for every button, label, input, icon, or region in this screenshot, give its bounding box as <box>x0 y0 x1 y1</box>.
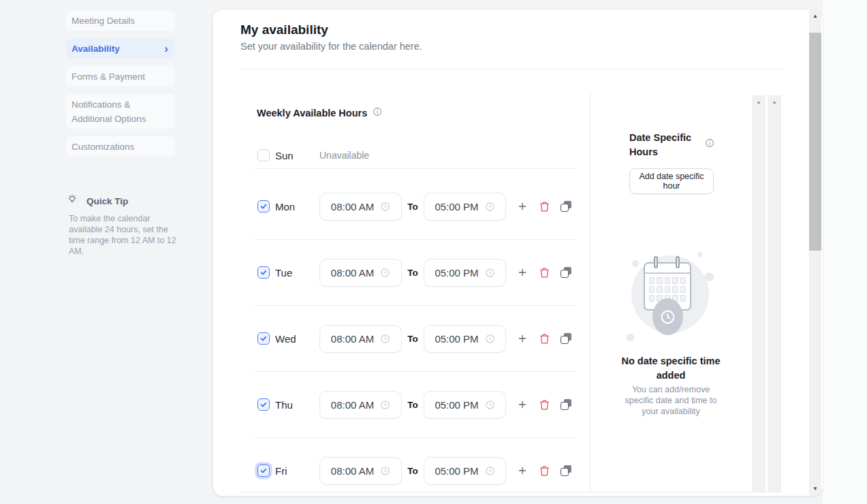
copy-icon <box>561 333 571 344</box>
time-value: 08:00 AM <box>331 201 374 212</box>
clock-icon <box>380 268 390 278</box>
sidebar-item-customizations[interactable]: Customizations <box>66 136 175 157</box>
vertical-scrollbar[interactable]: ▲ ▼ <box>809 10 821 496</box>
time-value: 08:00 AM <box>331 267 374 279</box>
clock-icon <box>485 268 495 278</box>
weekly-hours-title: Weekly Available Hours <box>257 108 367 119</box>
copy-time-slot-button[interactable] <box>558 330 574 347</box>
info-icon[interactable] <box>373 107 382 119</box>
copy-time-slot-button[interactable] <box>558 462 574 479</box>
info-icon[interactable] <box>705 138 714 151</box>
sidebar-item-label: Meeting Details <box>72 16 135 26</box>
fri-checkbox[interactable] <box>257 464 270 477</box>
trash-icon <box>539 399 550 411</box>
quick-tip-body: To make the calendar available 24 hours,… <box>69 213 178 257</box>
tue-checkbox[interactable] <box>257 266 270 279</box>
sidebar-item-label: Availability <box>72 44 120 54</box>
delete-time-slot-button[interactable] <box>536 396 552 413</box>
clock-icon <box>485 400 495 410</box>
availability-card: My availability Set your availability fo… <box>213 10 823 496</box>
copy-icon <box>561 465 571 476</box>
page-title: My availability <box>240 22 328 37</box>
availability-row-tue: Tue 08:00 AM To 05:00 PM <box>257 258 577 287</box>
add-time-slot-button[interactable] <box>514 330 531 347</box>
trash-icon <box>539 465 550 477</box>
clock-icon <box>485 202 495 212</box>
add-time-slot-button[interactable] <box>514 198 531 215</box>
add-time-slot-button[interactable] <box>514 264 531 281</box>
to-label: To <box>402 334 424 344</box>
bottom-divider <box>240 492 782 492</box>
page-subtitle: Set your availability for the calendar h… <box>240 41 422 52</box>
thu-end-time-input[interactable]: 05:00 PM <box>424 391 506 419</box>
decorative-dot <box>627 334 634 341</box>
day-label-mon: Mon <box>275 201 319 212</box>
decorative-dot <box>697 252 702 257</box>
copy-time-slot-button[interactable] <box>558 198 574 215</box>
plus-icon <box>517 201 528 212</box>
time-value: 08:00 AM <box>331 399 374 411</box>
time-value: 05:00 PM <box>435 333 478 345</box>
clock-icon <box>380 202 390 212</box>
quick-tip-header: Quick Tip <box>66 193 128 208</box>
copy-time-slot-button[interactable] <box>558 264 574 281</box>
header-divider <box>240 69 782 69</box>
copy-time-slot-button[interactable] <box>558 396 574 413</box>
sidebar-item-label: Forms & Payment <box>72 72 145 82</box>
row-divider <box>254 305 577 306</box>
sidebar-item-meeting-details[interactable]: Meeting Details <box>66 11 175 31</box>
time-value: 05:00 PM <box>435 201 478 212</box>
thu-checkbox[interactable] <box>257 398 270 411</box>
plus-icon <box>517 333 528 344</box>
date-specific-heading: Date Specific Hours <box>629 131 692 159</box>
delete-time-slot-button[interactable] <box>536 462 552 479</box>
scroll-up-button[interactable]: ▲ <box>809 10 821 23</box>
decorative-dot <box>705 272 714 281</box>
decorative-dot <box>632 260 639 267</box>
empty-state-description: You can add/remove specific date and tim… <box>622 384 719 417</box>
availability-row-fri: Fri 08:00 AM To 05:00 PM <box>257 456 577 485</box>
time-value: 05:00 PM <box>435 399 478 411</box>
time-value: 08:00 AM <box>331 465 374 477</box>
add-time-slot-button[interactable] <box>514 396 531 413</box>
sun-checkbox[interactable] <box>257 149 270 161</box>
weekly-hours-heading: Weekly Available Hours <box>257 107 382 119</box>
mon-end-time-input[interactable]: 05:00 PM <box>424 193 506 221</box>
delete-time-slot-button[interactable] <box>536 330 552 347</box>
sidebar-item-forms-payment[interactable]: Forms & Payment <box>66 66 175 86</box>
scroll-up-icon[interactable]: ▲ <box>768 95 781 108</box>
wed-checkbox[interactable] <box>257 332 270 345</box>
quick-tip-title: Quick Tip <box>86 196 128 206</box>
fri-end-time-input[interactable]: 05:00 PM <box>424 457 506 485</box>
mon-start-time-input[interactable]: 08:00 AM <box>319 193 402 221</box>
scrollbar-thumb[interactable] <box>809 33 821 251</box>
trash-icon <box>539 201 550 212</box>
inner-scrollbar[interactable]: ▲ <box>752 95 766 492</box>
thu-start-time-input[interactable]: 08:00 AM <box>319 391 402 419</box>
day-label-fri: Fri <box>275 465 319 477</box>
wed-start-time-input[interactable]: 08:00 AM <box>319 325 402 353</box>
delete-time-slot-button[interactable] <box>536 264 552 281</box>
tue-end-time-input[interactable]: 05:00 PM <box>424 259 506 287</box>
inner-scrollbar[interactable]: ▲ <box>768 95 781 492</box>
mon-checkbox[interactable] <box>257 200 270 212</box>
sidebar-item-notifications-options[interactable]: Notifications & Additional Options <box>66 94 175 129</box>
trash-icon <box>539 333 550 345</box>
clock-icon <box>380 466 390 476</box>
scroll-down-button[interactable]: ▼ <box>809 482 821 496</box>
delete-time-slot-button[interactable] <box>536 198 552 215</box>
tue-start-time-input[interactable]: 08:00 AM <box>319 259 402 287</box>
section-divider <box>590 91 590 492</box>
availability-row-thu: Thu 08:00 AM To 05:00 PM <box>257 390 577 419</box>
lightbulb-icon <box>66 193 78 208</box>
wed-end-time-input[interactable]: 05:00 PM <box>424 325 506 353</box>
scroll-up-icon[interactable]: ▲ <box>752 95 766 108</box>
plus-icon <box>517 399 528 410</box>
copy-icon <box>561 267 571 278</box>
add-time-slot-button[interactable] <box>514 462 531 479</box>
empty-state-title: No date specific time added <box>620 354 722 383</box>
add-date-specific-hour-button[interactable]: Add date specific hour <box>629 168 714 194</box>
fri-start-time-input[interactable]: 08:00 AM <box>319 457 402 485</box>
availability-row-sun: Sun Unavailable <box>257 143 577 168</box>
sidebar-item-availability[interactable]: Availability › <box>66 38 175 59</box>
